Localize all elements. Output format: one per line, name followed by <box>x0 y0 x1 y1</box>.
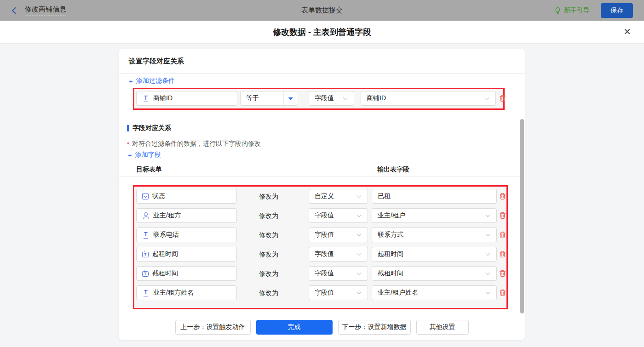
text-field-icon <box>142 95 150 102</box>
modify-to-label: 修改为 <box>259 270 278 278</box>
beginner-guide-button[interactable]: 新手引导 <box>554 6 590 15</box>
output-field-select[interactable]: 联系方式 <box>372 228 497 242</box>
output-field-label: 已租 <box>378 192 391 200</box>
output-field-select[interactable]: 截租时间 <box>372 266 497 281</box>
output-field-select[interactable]: 业主/租户姓名 <box>372 285 497 300</box>
modify-method-select[interactable]: 字段值 <box>309 208 368 223</box>
target-field-input[interactable]: 起租时间 <box>136 247 237 262</box>
output-field-label: 业主/租户姓名 <box>378 289 418 297</box>
divider <box>119 315 525 315</box>
filter-value-type-label: 字段值 <box>315 94 334 102</box>
chevron-down-icon <box>485 96 490 101</box>
done-button[interactable]: 完成 <box>256 320 333 335</box>
modify-method-label: 字段值 <box>315 250 334 258</box>
column-header-output-field: 输出表字段 <box>377 165 409 174</box>
text-field-icon <box>142 290 150 296</box>
chevron-down-icon <box>357 252 362 256</box>
output-field-label: 截租时间 <box>378 269 403 278</box>
modify-method-label: 自定义 <box>315 192 334 200</box>
target-field-input[interactable]: 联系电话 <box>136 228 237 242</box>
target-field-input[interactable]: 状态 <box>136 189 237 204</box>
modify-method-select[interactable]: 字段值 <box>309 266 368 281</box>
trash-icon <box>499 289 506 296</box>
modify-to-label: 修改为 <box>259 212 278 220</box>
target-field-input[interactable]: 业主/租方 <box>136 208 237 223</box>
field-mapping-row: 起租时间 修改为 字段值 起租时间 <box>134 247 506 262</box>
modify-to-label: 修改为 <box>259 289 278 297</box>
panel-header: 设置字段对应关系 <box>119 49 525 74</box>
delete-filter-button[interactable] <box>499 95 506 102</box>
filter-operator-select[interactable]: 等于 <box>240 91 298 106</box>
field-mapping-row: 状态 修改为 自定义 已租 <box>134 189 506 204</box>
output-field-label: 起租时间 <box>378 250 403 258</box>
target-field-input[interactable]: 截租时间 <box>136 266 237 281</box>
workflow-title[interactable]: 修改商铺信息 <box>25 5 66 16</box>
target-field-label: 联系电话 <box>153 231 179 239</box>
filter-operator-label: 等于 <box>246 94 259 102</box>
target-field-label: 业主/租方 <box>153 211 181 220</box>
chevron-down-icon <box>486 213 491 218</box>
chevron-down-icon <box>357 194 362 199</box>
required-asterisk: * <box>127 140 129 148</box>
divider <box>119 176 525 177</box>
target-field-label: 状态 <box>152 192 165 200</box>
modify-method-select[interactable]: 自定义 <box>309 189 368 204</box>
trash-icon <box>499 250 506 258</box>
trash-icon <box>499 212 506 219</box>
output-field-select[interactable]: 业主/租户 <box>372 208 497 223</box>
chevron-down-icon <box>357 290 362 295</box>
beginner-guide-label: 新手引导 <box>564 6 590 15</box>
text-field-icon <box>142 232 150 239</box>
section-accent-bar <box>127 125 129 131</box>
delete-row-button[interactable] <box>499 250 506 258</box>
modify-to-label: 修改为 <box>259 250 278 259</box>
modify-method-select[interactable]: 字段值 <box>309 285 368 300</box>
modify-method-select[interactable]: 字段值 <box>309 247 368 262</box>
trigger-node-title: 表单数据提交 <box>0 6 644 15</box>
panel-footer: 上一步：设置触发动作 完成 下一步：设置新增数据 其他设置 <box>119 320 525 335</box>
field-mapping-highlight: 状态 修改为 自定义 已租 业主/租方 修改为 字段值 业主/租户 <box>133 185 508 309</box>
output-field-select[interactable]: 已租 <box>372 189 497 204</box>
modify-to-label: 修改为 <box>259 231 278 239</box>
close-icon[interactable]: ✕ <box>622 26 632 37</box>
person-field-icon <box>142 212 150 219</box>
add-field-link[interactable]: + 添加字段 <box>128 151 161 159</box>
chevron-down-icon <box>486 233 491 237</box>
field-mapping-panel: 设置字段对应关系 + 添加过滤条件 商铺ID 等于 字段值 商铺ID <box>119 49 525 340</box>
modal-title: 修改数据 - 主表到普通字段 <box>273 27 371 38</box>
field-mapping-row: 业主/租方姓名 修改为 字段值 业主/租户姓名 <box>134 285 506 300</box>
trash-icon <box>499 193 506 200</box>
chevron-down-icon <box>357 233 362 237</box>
target-field-input[interactable]: 业主/租方姓名 <box>136 285 237 300</box>
delete-row-button[interactable] <box>499 231 506 239</box>
chevron-down-icon <box>486 290 491 295</box>
filter-value-field-select[interactable]: 商铺ID <box>361 91 496 106</box>
lightbulb-icon <box>554 7 561 14</box>
modify-method-select[interactable]: 字段值 <box>309 228 368 242</box>
mapping-description: * 对符合过滤条件的数据，进行以下字段的修改 <box>127 140 261 148</box>
other-settings-button[interactable]: 其他设置 <box>416 320 469 335</box>
prev-step-button[interactable]: 上一步：设置触发动作 <box>175 320 251 335</box>
trash-icon <box>499 270 506 277</box>
output-field-label: 联系方式 <box>378 231 403 239</box>
back-button[interactable] <box>11 7 17 14</box>
filter-value-type-select[interactable]: 字段值 <box>309 91 354 106</box>
add-filter-condition-link[interactable]: + 添加过滤条件 <box>129 77 175 85</box>
field-mapping-row: 业主/租方 修改为 字段值 业主/租户 <box>134 208 506 223</box>
topbar: 修改商铺信息 表单数据提交 新手引导 保存 <box>0 0 644 21</box>
delete-row-button[interactable] <box>499 270 506 277</box>
mapping-description-text: 对符合过滤条件的数据，进行以下字段的修改 <box>132 140 261 148</box>
scrollbar-thumb[interactable] <box>520 119 524 313</box>
save-button[interactable]: 保存 <box>601 3 633 18</box>
modal-header: 修改数据 - 主表到普通字段 ✕ <box>0 21 644 44</box>
delete-row-button[interactable] <box>499 289 506 296</box>
next-step-button[interactable]: 下一步：设置新增数据 <box>338 320 411 335</box>
modify-method-label: 字段值 <box>315 231 334 239</box>
delete-row-button[interactable] <box>499 193 506 200</box>
delete-row-button[interactable] <box>499 212 506 219</box>
filter-field-label: 商铺ID <box>153 94 172 102</box>
plus-icon: + <box>128 152 132 159</box>
target-field-label: 截租时间 <box>152 269 178 278</box>
output-field-select[interactable]: 起租时间 <box>372 247 497 262</box>
filter-field-input[interactable]: 商铺ID <box>136 91 237 106</box>
